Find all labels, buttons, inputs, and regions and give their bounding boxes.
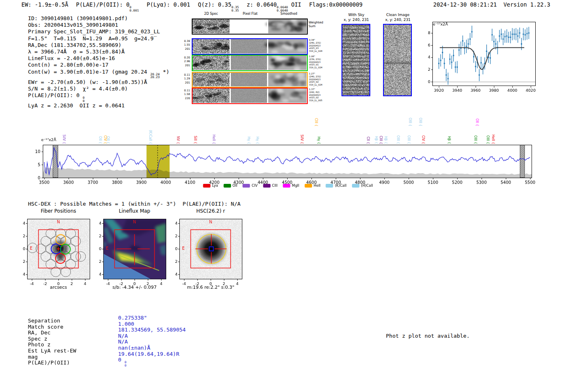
- text-segment: λ = 3966.74Å σ = 5.33(±0.84)Å: [28, 49, 125, 55]
- stacked-value: 00.001: [130, 6, 139, 12]
- legend-label: (H)CaII: [361, 183, 373, 188]
- text-segment: ID: 3090149801 (3090149801.pdf): [28, 15, 128, 21]
- info-line: ID: 3090149801 (3090149801.pdf): [28, 15, 169, 22]
- match-table-labels: SeparationMatch scoreRA, DecSpec zPhoto …: [28, 318, 76, 366]
- match-row-value: 0.275338": [118, 315, 186, 321]
- spec2d-row-left-labels: 0.111.58220: [176, 89, 190, 100]
- text-segment: Primary Spec_Slot_IFU_AMP: 319_062_023_L…: [28, 28, 160, 35]
- info-line: F=1.5" T=0.115 N̅=1.29 A=0.95 g=24.9̅: [28, 35, 169, 42]
- match-row-value: 181.334569, 55.589054: [118, 327, 186, 333]
- match-row-label: RA, Dec: [28, 329, 76, 336]
- spec2d-row: [192, 55, 308, 71]
- legend-item: Lyα: [203, 183, 218, 188]
- line-label-NV: NV {: [176, 136, 180, 144]
- stacked-value: 00: [125, 361, 127, 367]
- line-label-SiIV: SiIV {: [62, 135, 66, 144]
- legend-item: HeII: [304, 183, 321, 188]
- text-segment: P(LAE)/P(OII): 000.001: [76, 1, 139, 8]
- line-label-HeII: HeII {: [212, 135, 216, 144]
- text-segment: Q(z): 0.350.350.35: [198, 1, 239, 8]
- spec2d-row-left-labels: 0.202.96201: [176, 56, 190, 67]
- legend-item: MgII: [283, 183, 300, 188]
- spec2d-row: [192, 19, 308, 35]
- info-line: S/N = 8.2(±1.5) χ² = 4.4(±0.0): [28, 86, 169, 92]
- clean-title: Clean Image: [386, 13, 410, 17]
- line-label-OIII: OIII {: [396, 135, 400, 144]
- stacked-value: 0.350.35: [231, 6, 239, 12]
- legend-item: (H)CaII: [352, 183, 373, 188]
- text-segment: EWr = -2.70(±0.50) (w: -1.90(±0.35))Å: [28, 79, 147, 85]
- line-label-Hβ: Hβ {: [447, 136, 451, 144]
- spec2d-row-image: [193, 88, 307, 103]
- info-line: EWr = -2.70(±0.50) (w: -1.90(±0.35))Å: [28, 79, 169, 86]
- spec2d-row: [192, 72, 308, 88]
- legend-swatch: [203, 184, 211, 188]
- legend-label: CIV: [252, 183, 258, 188]
- match-row-label: Spec z: [28, 336, 76, 342]
- lineflux-panel-title: Lineflux Map: [119, 208, 150, 214]
- spec2d-row-right-labels: 1.06"(239, 231)20200413v015_01319_LL_024: [309, 55, 323, 69]
- spec2d-row-image: [193, 39, 307, 53]
- info-line: LyA z = 2.2630 OII z = 0.0641: [28, 102, 169, 109]
- hsc-image-plot: [175, 216, 247, 290]
- legend-item: CIII: [263, 183, 277, 188]
- hsc-xlabel: m:19.6 re:2.2" s:0.3": [187, 285, 234, 290]
- text-segment: P(Lyα): 0.001: [146, 1, 190, 8]
- legend-label: (K)CaII: [335, 183, 346, 188]
- line-label-CII: CII {: [366, 137, 370, 144]
- line-label-Hγ: Hγ {: [317, 137, 321, 144]
- line-label-SiII: SiII {: [193, 136, 197, 144]
- line-label-CIII: CIII {: [314, 118, 318, 126]
- match-row-value: 0 00: [118, 357, 186, 363]
- line-legend: LyαOIICIVCIIIMgIIHeII(K)CaII(H)CaII: [203, 183, 373, 188]
- text-segment: LyA z = 2.2630 OII z = 0.0641: [28, 102, 125, 109]
- legend-swatch: [326, 184, 333, 188]
- info-line: Obs: 20200413v015_3090149801: [28, 22, 169, 28]
- info-line: P(LAE)/P(OII): 0 00: [28, 92, 169, 102]
- match-row-label: P(LAE)/P(OII): [28, 360, 76, 366]
- spec2d-row-image: [193, 19, 307, 33]
- clean-image: [383, 24, 412, 96]
- legend-swatch: [243, 184, 250, 188]
- line-label-HeII: HeII {: [491, 135, 495, 144]
- fiber-xlabel: arcsecs: [50, 285, 67, 290]
- spec2d-row-left-labels: 0.391.55201: [176, 39, 190, 51]
- line-label-Hβ: Hβ {: [384, 136, 388, 144]
- spec2d-row-right-labels: 1.27"(240, 231)20200413v015_02319_LL_024: [309, 72, 323, 86]
- legend-item: OII: [223, 183, 237, 188]
- elixer-report: EW: -1.9±-0.5ÅP(LAE)/P(OII): 000.001P(Ly…: [0, 0, 576, 392]
- match-row-value: N/A: [118, 339, 186, 345]
- stacked-value: 00: [83, 96, 85, 102]
- text-segment: 0 00: [118, 357, 126, 363]
- text-segment: F=1.5" T=0.115 N̅=1.29 A=0.95 g=24.9̅: [28, 35, 153, 42]
- line-label-Hγ: Hγ {: [247, 137, 251, 144]
- spec2d-row-left-labels: 0.111.29201: [176, 73, 190, 85]
- match-row-label: Est LyA rest-EW: [28, 348, 76, 354]
- legend-label: MgII: [292, 183, 300, 188]
- stacked-value: 0.06400.0640: [277, 6, 288, 12]
- hsc-panel-title: HSC(26.2) r: [196, 208, 225, 214]
- line-label-CIII: CIII {: [379, 136, 383, 144]
- col-title-smoothed: Smoothed: [281, 12, 297, 16]
- match-table-values: 0.275338"1.000181.334569, 55.589054N/AN/…: [118, 315, 186, 363]
- legend-swatch: [352, 184, 359, 188]
- line-label-OIII: OIII {: [474, 135, 477, 144]
- text-segment: Flags:0x00000009: [309, 1, 362, 8]
- weighted-sum-label: WeightedSum: [309, 21, 323, 28]
- full-spectrum-plot: [33, 141, 543, 189]
- match-row-value: N/A: [118, 333, 186, 339]
- match-row-label: Match score: [28, 324, 76, 330]
- withsky-image: [341, 24, 370, 96]
- spec2d-row: [192, 88, 308, 104]
- info-line: RA,Dec (181.334702,55.589069): [28, 42, 169, 49]
- fiber-panel-title: Fiber Positions: [41, 208, 76, 214]
- legend-label: HeII: [314, 183, 321, 188]
- photz-notice: Phot z plot not available.: [386, 333, 470, 339]
- info-line: LineFlux = -2.40(±0.45)e-16: [28, 55, 169, 62]
- spec2d-row: [192, 38, 308, 55]
- line-label-Hβ: Hβ {: [374, 136, 378, 144]
- legend-label: Lyα: [212, 183, 218, 188]
- withsky-coords: x, y: 240, 231: [344, 18, 369, 22]
- spec2d-row-image: [193, 56, 307, 70]
- clean-coords: x, y: 240, 231: [385, 18, 411, 22]
